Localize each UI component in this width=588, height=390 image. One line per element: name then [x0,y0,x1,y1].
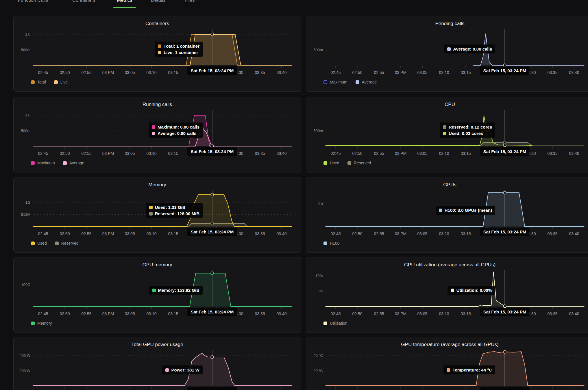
svg-text:100G: 100G [21,283,30,287]
svg-text:1.0: 1.0 [25,32,30,36]
legend-item[interactable]: Live [54,80,68,84]
svg-text:03:40: 03:40 [569,311,579,316]
svg-text:03:10: 03:10 [146,231,156,236]
svg-text:03:35: 03:35 [255,70,265,75]
svg-text:03:05: 03:05 [417,70,427,75]
tooltip-value: Utilization: 0.00% [456,288,492,293]
tooltip-value: Average: 0.00 calls [158,131,197,136]
series-swatch [443,132,446,135]
chart-tooltip: Temperature: 44 °C [443,365,495,374]
svg-text:03:15: 03:15 [168,231,178,236]
active-tab-underline [113,7,136,8]
tooltip-row: Average: 0.00 calls [152,131,199,136]
svg-text:03:05: 03:05 [417,231,427,236]
svg-text:03 PM: 03 PM [102,70,114,75]
legend-label: Maximum [330,80,347,84]
svg-text:02:45: 02:45 [330,311,341,316]
tooltip-row: Used: 0.03 cores [443,131,492,136]
chart-tooltip: Utilization: 0.00% [448,286,495,295]
legend-item[interactable]: Memory [31,321,52,326]
svg-text:02:50: 02:50 [352,151,362,156]
legend-swatch [323,322,327,325]
svg-text:02:55: 02:55 [81,70,91,75]
legend-item[interactable]: Maximum [323,80,347,84]
chart-legend: Maximum Average [323,80,377,84]
tooltip-row: Power: 381 W [165,367,199,372]
tooltip-row: Temperature: 44 °C [447,367,492,372]
legend-label: Average [69,161,84,165]
chart-legend: Utilization [323,321,347,326]
svg-text:03:40: 03:40 [276,151,286,156]
svg-text:03:15: 03:15 [461,151,471,156]
svg-text:03:40: 03:40 [569,151,579,156]
crosshair-date-label: Sat Feb 15, 03:24 PM [187,147,237,156]
tooltip-row: Used: 1.33 GiB [149,205,199,210]
tab-metrics[interactable]: Metrics [117,0,132,3]
svg-text:02:50: 02:50 [60,70,70,75]
svg-text:02:55: 02:55 [374,231,384,236]
legend-item[interactable]: Maximum [31,161,55,165]
crosshair-date-label: Sat Feb 15, 03:24 PM [480,228,530,236]
svg-text:400 W: 400 W [19,353,30,358]
svg-text:03:35: 03:35 [547,231,557,236]
svg-text:03:15: 03:15 [461,70,471,75]
svg-text:2.0: 2.0 [318,202,323,206]
svg-text:03:35: 03:35 [547,151,557,156]
tooltip-row: Utilization: 0.00% [451,288,492,293]
legend-label: Memory [37,321,52,326]
tab-details[interactable]: Details [151,0,165,3]
gpu-memory-chart-canvas[interactable]: 100G02:4502:5002:5503 PM03:0503:1003:150… [14,257,301,333]
tooltip-value: Average: 0.00 calls [453,47,492,51]
legend-item[interactable]: H100 [323,241,339,246]
legend-label: Used [330,161,339,165]
svg-text:02:55: 02:55 [81,151,91,156]
legend-label: Reserved [354,161,371,165]
gpu-temperature-chart-canvas[interactable]: 40 °C20 °C02:4502:5002:5503 PM03:0503:10… [306,337,588,390]
crosshair-date-label: Sat Feb 15, 03:24 PM [187,308,237,316]
legend-item[interactable]: Average [356,80,377,84]
chart-tooltip: Reserved: 0.12 cores Used: 0.03 cores [440,122,495,138]
legend-item[interactable]: Total [31,80,46,84]
legend-item[interactable]: Utilization [323,321,347,326]
tooltip-value: Temperature: 44 °C [452,367,492,372]
svg-text:10%: 10% [315,274,323,278]
tooltip-row: Maximum: 0.00 calls [152,125,199,129]
gpu-power-chart-canvas[interactable]: 400 W200 W02:4502:5002:5503 PM03:0503:10… [14,337,301,390]
legend-item[interactable]: Reserved [55,241,79,246]
svg-text:03:40: 03:40 [276,311,286,316]
svg-text:03:10: 03:10 [146,70,156,75]
gpus-chart-canvas[interactable]: 2.002:4502:5002:5503 PM03:0503:1003:1503… [306,177,588,253]
tooltip-value: Memory: 153.82 GiB [158,288,199,293]
tab-function-calls[interactable]: Function Calls [18,0,48,3]
tab-files[interactable]: Files [185,0,195,3]
gpu-utilization-chart-canvas[interactable]: 10%5%02:4502:5002:5503 PM03:0503:1003:15… [306,257,588,333]
chart-tooltip: Memory: 153.82 GiB [149,286,203,295]
svg-text:03 PM: 03 PM [102,151,114,156]
svg-text:02:45: 02:45 [38,311,48,316]
chart-legend: Used Reserved [323,161,371,165]
svg-text:03:05: 03:05 [125,70,135,75]
series-swatch [152,125,155,129]
chart-panel-cpu: 500m02:4502:5002:5503 PM03:0503:1003:150… [306,97,588,172]
svg-text:03:35: 03:35 [547,70,557,75]
svg-text:02:45: 02:45 [38,231,48,236]
tab-bar: Function Calls Containers Metrics Detail… [0,0,588,9]
legend-label: Used [37,241,47,246]
chart-panel-containers: 1.0500m02:4502:5002:5503 PM03:0503:1003:… [13,16,301,92]
crosshair-date-label: Sat Feb 15, 03:24 PM [480,387,530,390]
tab-containers[interactable]: Containers [72,0,95,3]
legend-item[interactable]: Reserved [347,161,371,165]
legend-item[interactable]: Used [31,241,47,246]
svg-text:03:40: 03:40 [276,70,286,75]
svg-text:02:50: 02:50 [60,231,70,236]
legend-swatch [323,161,327,165]
svg-text:512M: 512M [21,212,30,217]
legend-item[interactable]: Average [63,161,84,165]
legend-item[interactable]: Used [323,161,339,165]
series-swatch [443,125,446,129]
svg-text:500m: 500m [21,48,30,52]
tooltip-value: Live: 1 container [164,50,198,55]
svg-text:02:50: 02:50 [352,70,362,75]
legend-swatch [31,80,35,84]
legend-label: Total [37,80,46,84]
